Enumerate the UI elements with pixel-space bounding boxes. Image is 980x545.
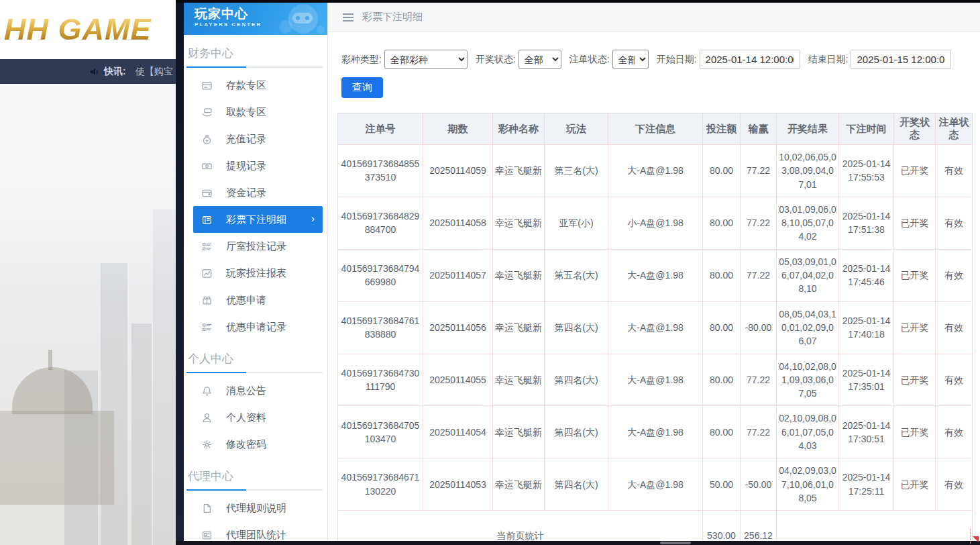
column-header: 玩法: [545, 113, 608, 145]
logo-bar: HH GAME: [0, 0, 176, 59]
chevron-right-icon: ›: [311, 213, 315, 225]
wallet-icon: [201, 187, 213, 199]
list-icon: [201, 241, 213, 252]
sidebar-item[interactable]: 取款专区: [184, 99, 327, 126]
main-pane: 彩票下注明细 彩种类型: 全部彩种 开奖状态: 全部 注单状态: 全部 开始日期…: [327, 3, 980, 545]
table-cell: 幸运飞艇新: [493, 197, 545, 249]
sidebar-item-label: 代理团队统计: [226, 529, 286, 542]
sidebar-item[interactable]: 玩家投注报表: [184, 260, 327, 287]
sidebar-item[interactable]: 修改密码: [184, 431, 327, 458]
column-header: 下注信息: [608, 113, 703, 145]
sidebar-item[interactable]: 存款专区: [184, 72, 327, 99]
sidebar-item[interactable]: 消息公告: [184, 377, 327, 404]
column-header: 开奖结果: [777, 113, 839, 145]
sidebar-item[interactable]: 充值记录: [184, 126, 327, 152]
lottery-type-label: 彩种类型:: [341, 54, 382, 66]
order-status-select[interactable]: 全部: [612, 50, 649, 69]
table-cell: 2025-01-14 17:45:46: [839, 249, 894, 301]
column-header: 输赢: [741, 113, 777, 145]
column-header: 期数: [423, 113, 493, 145]
lottery-type-select[interactable]: 全部彩种: [384, 50, 468, 69]
person-icon: [201, 412, 213, 424]
table-cell: 大-A盘@1.98: [608, 354, 703, 406]
scrollbar-thumb[interactable]: [660, 542, 691, 544]
news-icon: [201, 530, 213, 541]
table-cell: 已开奖: [894, 301, 936, 354]
table-cell: 已开奖: [894, 249, 936, 301]
table-cell: 80.00: [703, 406, 741, 458]
table-cell: 20250114054: [423, 406, 493, 458]
column-header: 投注额: [703, 113, 741, 145]
summary-label: 当前页统计: [338, 511, 703, 545]
end-date-input[interactable]: [851, 50, 951, 69]
column-header: 下注时间: [839, 113, 894, 145]
table-cell: 已开奖: [894, 145, 936, 197]
table-cell: 有效: [936, 406, 973, 458]
sidebar-item-label: 玩家投注报表: [226, 267, 286, 280]
bank-card-icon: [201, 80, 213, 91]
search-button[interactable]: 查询: [341, 77, 383, 98]
sidebar-item[interactable]: 优惠申请记录: [184, 313, 327, 340]
table-cell: 80.00: [703, 197, 741, 249]
column-header: 开奖状态: [894, 113, 936, 145]
table-cell: 幸运飞艇新: [493, 301, 545, 354]
table-row: 40156917368476183888020250114056幸运飞艇新第四名…: [338, 301, 973, 354]
sidebar-item-label: 取款专区: [226, 106, 266, 119]
table-cell: 2025-01-14 17:40:18: [839, 301, 894, 354]
table-cell: 20250114053: [423, 458, 493, 511]
top-edge-strip: [176, 0, 980, 3]
sidebar-item[interactable]: 优惠申请: [184, 287, 327, 313]
summary-empty: [777, 511, 973, 545]
table-cell: 04,02,09,03,07,10,06,01,08,05: [777, 458, 839, 511]
sidebar-item-label: 厅室投注记录: [226, 240, 286, 253]
table-cell: 亚军(小): [545, 197, 608, 249]
start-date-label: 开始日期:: [657, 54, 697, 66]
sidebar-item-label: 充值记录: [226, 133, 266, 146]
filter-bar: 彩种类型: 全部彩种 开奖状态: 全部 注单状态: 全部 开始日期: 结束日期:: [328, 32, 980, 69]
table-row: 40156917368473011179020250114055幸运飞艇新第四名…: [338, 354, 973, 406]
page-title: 彩票下注明细: [362, 11, 423, 23]
table-cell: 401569173684761838880: [338, 301, 423, 354]
table-cell: 20250114059: [423, 145, 493, 197]
table-cell: 04,10,02,08,01,09,03,06,07,05: [777, 354, 839, 406]
bottom-scrollbar[interactable]: [176, 541, 980, 545]
table-cell: 20250114055: [423, 354, 493, 406]
table-cell: 2025-01-14 17:51:38: [839, 197, 894, 249]
column-header: 彩种名称: [493, 113, 545, 145]
sidebar-item[interactable]: 代理规则说明: [184, 495, 327, 522]
sidebar-item-label: 优惠申请记录: [226, 321, 286, 334]
sidebar-item[interactable]: 厅室投注记录: [184, 233, 327, 260]
table-cell: 03,01,09,06,08,10,05,07,04,02: [777, 197, 839, 249]
table-cell: 已开奖: [894, 458, 936, 511]
list-icon: [201, 321, 213, 333]
table-cell: 大-A盘@1.98: [608, 458, 703, 511]
red-arrow-icon: [973, 536, 979, 542]
draw-status-select[interactable]: 全部: [519, 50, 561, 69]
section-underline: [186, 66, 323, 68]
table-cell: 80.00: [703, 249, 741, 301]
gamepad-icon: [292, 13, 313, 23]
table-cell: 大-A盘@1.98: [608, 145, 703, 197]
table-cell: 77.22: [741, 249, 777, 301]
table-cell: 77.22: [741, 354, 777, 406]
table-cell: 有效: [936, 458, 973, 511]
corner-widget: [970, 529, 980, 544]
sidebar-item[interactable]: 资金记录: [184, 179, 327, 206]
table-cell: 幸运飞艇新: [493, 249, 545, 301]
sidebar-item[interactable]: 提现记录: [184, 152, 327, 179]
bell-icon: [201, 385, 213, 397]
sidebar-item[interactable]: 个人资料: [184, 404, 327, 431]
hamburger-menu-icon[interactable]: [343, 13, 353, 21]
section-underline: [186, 372, 323, 373]
city-background-image: [0, 84, 176, 545]
table-cell: 401569173684855373510: [338, 145, 423, 197]
table-cell: 有效: [936, 354, 973, 406]
table-cell: 有效: [936, 145, 973, 197]
main-content: 彩种类型: 全部彩种 开奖状态: 全部 注单状态: 全部 开始日期: 结束日期:…: [328, 32, 980, 545]
table-cell: -80.00: [741, 301, 777, 354]
table-cell: 幸运飞艇新: [493, 458, 545, 511]
sidebar-item[interactable]: 彩票下注明细›: [193, 206, 323, 233]
summary-row: 当前页统计530.00256.12: [338, 511, 973, 545]
start-date-input[interactable]: [700, 50, 800, 69]
table-cell: 有效: [936, 301, 973, 354]
